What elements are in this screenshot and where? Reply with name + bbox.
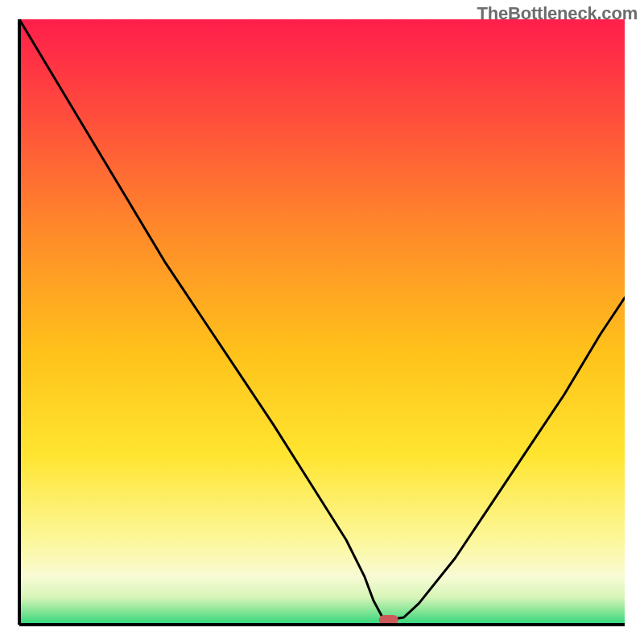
bottleneck-chart xyxy=(0,0,644,644)
chart-container: TheBottleneck.com xyxy=(0,0,644,644)
watermark-text: TheBottleneck.com xyxy=(477,3,638,24)
gradient-background xyxy=(19,19,625,625)
